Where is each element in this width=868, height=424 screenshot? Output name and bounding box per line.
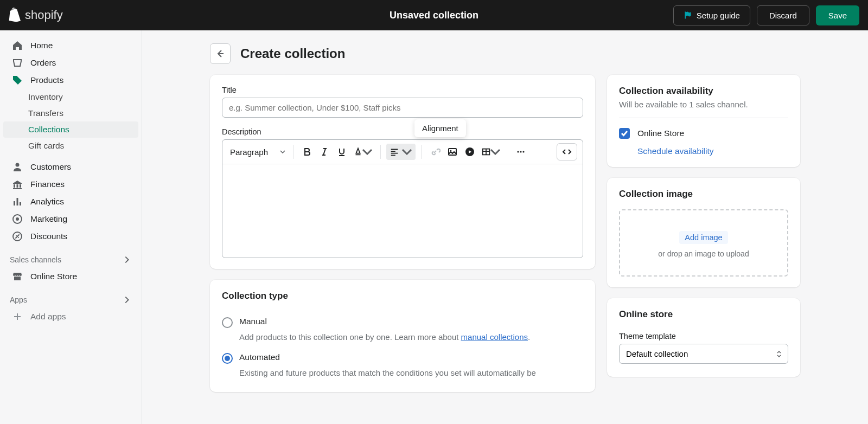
nav-collections[interactable]: Collections xyxy=(3,121,138,138)
svg-point-8 xyxy=(517,151,519,152)
main-content: Create collection Title Description Alig… xyxy=(142,30,868,424)
availability-sub: Will be available to 1 sales channel. xyxy=(619,100,788,109)
topbar: shopify Unsaved collection Setup guide D… xyxy=(0,0,868,30)
manual-collections-link[interactable]: manual collections xyxy=(461,332,528,342)
description-label: Description xyxy=(222,127,583,136)
back-button[interactable] xyxy=(210,43,231,64)
more-button[interactable] xyxy=(513,144,529,160)
nav-products[interactable]: Products xyxy=(3,72,138,89)
setup-guide-button[interactable]: Setup guide xyxy=(673,5,750,25)
online-store-checkbox[interactable] xyxy=(619,128,630,139)
chevron-right-icon xyxy=(122,255,132,265)
caret-down-icon xyxy=(401,146,412,157)
online-store-title: Online store xyxy=(619,309,788,320)
availability-title: Collection availability xyxy=(619,86,788,97)
orders-icon xyxy=(12,57,23,68)
title-input[interactable] xyxy=(222,98,583,118)
automated-radio-row[interactable]: Automated xyxy=(222,352,583,364)
online-store-card: Online store Theme template Default coll… xyxy=(607,298,800,377)
alignment-tooltip: Alignment xyxy=(414,119,466,137)
bold-button[interactable] xyxy=(299,144,315,160)
image-dropzone[interactable]: Add image or drop an image to upload xyxy=(619,209,788,277)
nav-transfers[interactable]: Transfers xyxy=(3,105,138,121)
customers-icon xyxy=(12,162,23,172)
finances-icon xyxy=(12,179,23,190)
add-image-button[interactable]: Add image xyxy=(679,231,727,244)
title-label: Title xyxy=(222,86,583,94)
text-color-button[interactable] xyxy=(351,144,375,160)
tag-icon xyxy=(12,75,23,86)
home-icon xyxy=(12,40,23,51)
automated-desc: Existing and future products that match … xyxy=(239,367,583,380)
image-title: Collection image xyxy=(619,189,788,200)
schedule-availability-link[interactable]: Schedule availability xyxy=(637,146,788,156)
title-description-card: Title Description Alignment Paragraph xyxy=(210,75,595,269)
page-title: Create collection xyxy=(240,46,345,61)
nav-inventory[interactable]: Inventory xyxy=(3,89,138,105)
svg-point-0 xyxy=(16,163,20,167)
nav-online-store[interactable]: Online Store xyxy=(3,268,138,285)
availability-card: Collection availability Will be availabl… xyxy=(607,75,800,167)
svg-point-9 xyxy=(520,151,521,152)
arrow-left-icon xyxy=(215,48,226,59)
discounts-icon xyxy=(12,231,23,242)
automated-radio[interactable] xyxy=(222,353,233,364)
drop-text: or drop an image to upload xyxy=(629,249,778,258)
store-icon xyxy=(12,271,23,282)
check-icon xyxy=(621,130,628,137)
save-button[interactable]: Save xyxy=(816,5,859,25)
manual-radio-row[interactable]: Manual xyxy=(222,317,583,328)
description-textarea[interactable] xyxy=(222,164,583,258)
nav-analytics[interactable]: Analytics xyxy=(3,193,138,210)
underline-button[interactable] xyxy=(334,144,350,160)
italic-button[interactable] xyxy=(316,144,333,160)
collection-type-title: Collection type xyxy=(222,291,583,301)
nav-orders[interactable]: Orders xyxy=(3,54,138,72)
analytics-icon xyxy=(12,196,23,207)
caret-down-icon xyxy=(362,146,373,157)
paragraph-dropdown[interactable]: Paragraph xyxy=(228,144,288,160)
collection-image-card: Collection image Add image or drop an im… xyxy=(607,178,800,287)
collection-type-card: Collection type Manual Add products to t… xyxy=(210,280,595,392)
nav-marketing[interactable]: Marketing xyxy=(3,210,138,228)
nav-add-apps[interactable]: Add apps xyxy=(3,308,138,325)
theme-template-select[interactable]: Default collection xyxy=(619,344,788,364)
link-button[interactable] xyxy=(427,144,443,160)
unsaved-title: Unsaved collection xyxy=(390,10,478,21)
marketing-icon xyxy=(12,214,23,224)
alignment-button[interactable] xyxy=(386,144,416,160)
description-editor: Alignment Paragraph xyxy=(222,139,583,258)
nav-finances[interactable]: Finances xyxy=(3,176,138,193)
sales-channels-header[interactable]: Sales channels xyxy=(0,245,142,268)
html-button[interactable] xyxy=(557,143,577,160)
svg-point-2 xyxy=(16,217,19,221)
plus-icon xyxy=(12,311,23,322)
table-button[interactable] xyxy=(479,144,503,160)
flag-icon xyxy=(684,11,692,20)
nav-home[interactable]: Home xyxy=(3,37,138,54)
svg-point-10 xyxy=(522,151,524,152)
caret-down-icon xyxy=(490,146,501,157)
shopify-logo[interactable]: shopify xyxy=(9,8,63,23)
nav-discounts[interactable]: Discounts xyxy=(3,228,138,245)
chevron-right-icon xyxy=(122,295,132,305)
discard-button[interactable]: Discard xyxy=(757,5,809,25)
nav-gift-cards[interactable]: Gift cards xyxy=(3,138,138,154)
sidebar: Home Orders Products Inventory Transfers… xyxy=(0,30,142,424)
theme-template-label: Theme template xyxy=(619,332,788,341)
video-button[interactable] xyxy=(462,144,478,160)
caret-down-icon xyxy=(280,150,285,153)
apps-header[interactable]: Apps xyxy=(0,285,142,308)
image-button[interactable] xyxy=(444,144,461,160)
manual-radio[interactable] xyxy=(222,317,233,328)
nav-customers[interactable]: Customers xyxy=(3,158,138,176)
manual-desc: Add products to this collection one by o… xyxy=(239,331,583,344)
online-store-checkbox-row[interactable]: Online Store xyxy=(619,128,788,139)
